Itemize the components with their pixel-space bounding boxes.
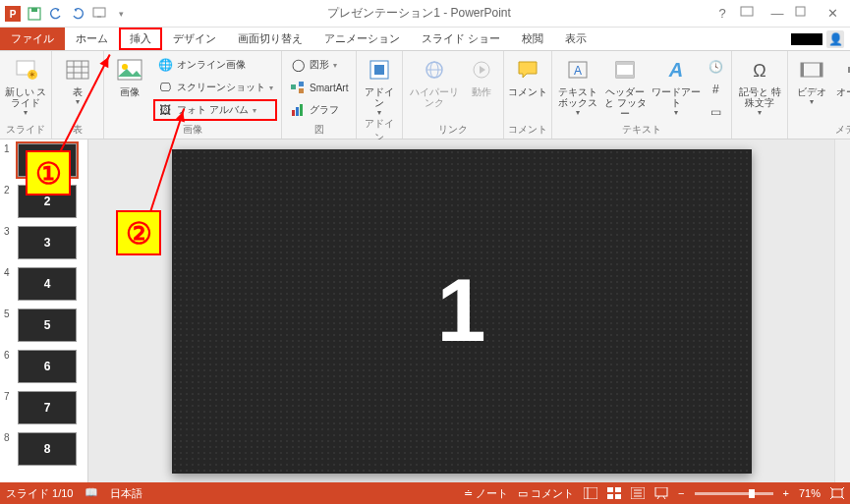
svg-rect-22: [296, 107, 299, 116]
comments-button[interactable]: ▭ コメント: [518, 486, 574, 501]
object-icon: ▭: [708, 104, 723, 120]
action-button[interactable]: 動作: [464, 54, 499, 97]
tab-slideshow[interactable]: スライド ショー: [411, 28, 511, 50]
textbox-button[interactable]: A テキスト ボックス ▾: [556, 54, 599, 117]
user-area: 👤: [791, 28, 850, 50]
user-avatar-icon[interactable]: 👤: [826, 30, 844, 48]
slide-number-button[interactable]: #: [704, 79, 727, 100]
header-footer-button[interactable]: ヘッダーと フッター: [601, 54, 649, 119]
zoom-slider[interactable]: [695, 492, 773, 495]
slide-sorter-view-icon[interactable]: [607, 487, 621, 499]
workspace: 1 22 33 44 55 66 77 88 1: [0, 140, 850, 482]
spellcheck-icon[interactable]: 📖: [85, 486, 98, 501]
svg-marker-30: [480, 66, 485, 74]
zoom-level[interactable]: 71%: [799, 487, 821, 499]
normal-view-icon[interactable]: [584, 487, 597, 499]
smartart-button[interactable]: SmartArt: [286, 77, 352, 98]
slide-thumbnail[interactable]: 33: [18, 226, 82, 259]
hyperlink-button[interactable]: ハイパーリンク: [407, 54, 462, 108]
svg-rect-3: [31, 8, 37, 12]
addins-icon: [366, 56, 393, 84]
video-button[interactable]: ビデオ ▾: [792, 54, 831, 106]
ribbon-display-icon[interactable]: [740, 6, 760, 21]
svg-rect-46: [615, 487, 621, 492]
close-icon[interactable]: ✕: [822, 6, 842, 21]
save-icon[interactable]: [26, 5, 43, 23]
reading-view-icon[interactable]: [631, 487, 645, 499]
ribbon-group-tables: 表 ▾ 表: [52, 51, 104, 139]
tab-design[interactable]: デザイン: [162, 28, 227, 50]
qat-customize-icon[interactable]: ▾: [112, 5, 130, 23]
fit-to-window-icon[interactable]: [830, 487, 844, 499]
svg-rect-23: [300, 104, 303, 116]
online-pictures-icon: 🌐: [157, 57, 173, 73]
svg-rect-56: [832, 489, 842, 497]
svg-text:P: P: [10, 9, 17, 20]
comment-button[interactable]: コメント: [508, 54, 547, 97]
tab-view[interactable]: 表示: [554, 28, 597, 50]
zoom-in-button[interactable]: +: [783, 487, 789, 499]
notes-button[interactable]: ≐ ノート: [464, 486, 508, 501]
new-slide-button[interactable]: ✶ 新しい スライド ▾: [4, 54, 47, 117]
svg-text:A: A: [668, 59, 683, 81]
slide-thumbnail[interactable]: 66: [18, 350, 82, 383]
slide-thumbnail[interactable]: 88: [18, 432, 82, 466]
ribbon-tabs: ファイル ホーム 挿入 デザイン 画面切り替え アニメーション スライド ショー…: [0, 28, 850, 51]
shapes-button[interactable]: ◯図形 ▾: [286, 54, 352, 76]
svg-rect-7: [796, 7, 805, 16]
tab-review[interactable]: 校閲: [511, 28, 554, 50]
tab-home[interactable]: ホーム: [65, 28, 119, 50]
svg-text:✶: ✶: [28, 70, 36, 80]
wordart-icon: A: [662, 56, 690, 84]
chart-button[interactable]: グラフ: [286, 99, 352, 121]
chevron-down-icon: ▾: [377, 108, 381, 117]
textbox-icon: A: [564, 56, 592, 84]
redo-icon[interactable]: [69, 5, 86, 23]
undo-icon[interactable]: [47, 5, 65, 23]
svg-text:Ω: Ω: [754, 61, 766, 81]
zoom-out-button[interactable]: −: [678, 487, 684, 499]
annotation-callout-2: ②: [116, 210, 161, 255]
maximize-icon[interactable]: [795, 6, 815, 21]
svg-rect-34: [616, 62, 634, 65]
start-from-beginning-icon[interactable]: [90, 5, 108, 23]
slide-editor[interactable]: 1: [88, 140, 834, 482]
date-time-button[interactable]: 🕓: [704, 56, 727, 78]
audio-button[interactable]: オーディオ ▾: [833, 54, 850, 117]
svg-rect-6: [741, 7, 753, 16]
svg-rect-11: [67, 61, 88, 79]
tab-animations[interactable]: アニメーション: [313, 28, 411, 50]
tab-transitions[interactable]: 画面切り替え: [227, 28, 313, 50]
vertical-scrollbar[interactable]: [834, 140, 850, 482]
svg-rect-40: [820, 63, 822, 77]
slide-thumbnail[interactable]: 44: [18, 267, 82, 301]
screenshot-button[interactable]: 🖵スクリーンショット ▾: [153, 77, 277, 98]
chart-icon: [290, 102, 306, 118]
table-button[interactable]: 表 ▾: [56, 54, 99, 106]
header-footer-icon: [611, 56, 639, 84]
svg-rect-25: [374, 65, 384, 75]
tab-insert[interactable]: 挿入: [119, 28, 162, 50]
slide-thumbnail[interactable]: 55: [18, 308, 82, 342]
tab-file[interactable]: ファイル: [0, 28, 65, 50]
symbol-button[interactable]: Ω 記号と 特殊文字 ▾: [736, 54, 783, 117]
ribbon-group-symbols: Ω 記号と 特殊文字 ▾: [732, 51, 788, 139]
slide-thumbnail[interactable]: 77: [18, 391, 82, 424]
slide-indicator[interactable]: スライド 1/10: [6, 486, 73, 501]
online-pictures-button[interactable]: 🌐オンライン画像: [153, 54, 277, 76]
help-icon[interactable]: ?: [712, 6, 732, 21]
object-button[interactable]: ▭: [704, 101, 727, 123]
photo-album-button[interactable]: 🖼フォト アルバム ▾: [153, 99, 277, 121]
ribbon-group-media: ビデオ ▾ オーディオ ▾ 画面 録画 メディア: [788, 51, 850, 139]
svg-rect-35: [616, 75, 634, 78]
addins-button[interactable]: アドイ ン ▾: [361, 54, 398, 117]
status-bar: スライド 1/10 📖 日本語 ≐ ノート ▭ コメント − + 71%: [0, 482, 850, 504]
ribbon-group-slides: ✶ 新しい スライド ▾ スライド: [0, 51, 52, 139]
current-slide[interactable]: 1: [172, 149, 752, 474]
slideshow-view-icon[interactable]: [654, 487, 668, 499]
window-controls: ? — ✕: [705, 6, 850, 21]
minimize-icon[interactable]: —: [767, 6, 787, 21]
picture-button[interactable]: 画像: [108, 54, 151, 97]
language-indicator[interactable]: 日本語: [110, 486, 142, 501]
wordart-button[interactable]: A ワードアート ▾: [651, 54, 702, 117]
